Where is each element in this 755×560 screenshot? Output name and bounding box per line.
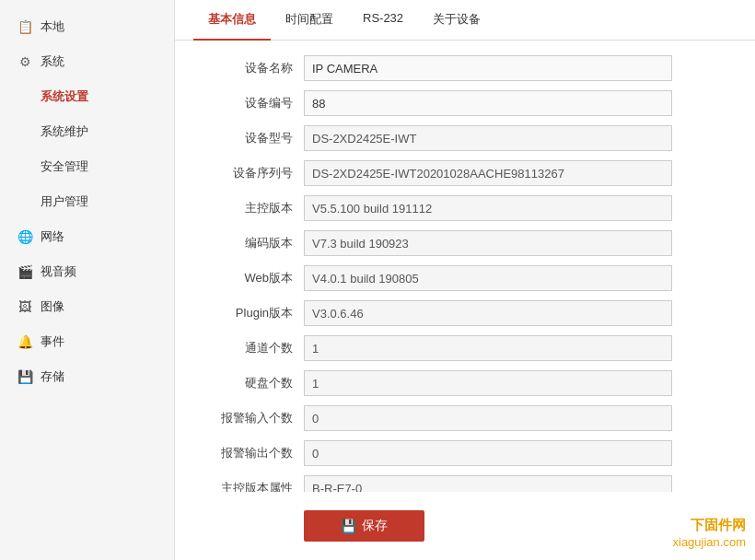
sidebar-label-system-settings: 系统设置: [41, 88, 88, 105]
form-input-7: [304, 300, 672, 326]
form-input-6: [304, 265, 672, 291]
sidebar-item-system-settings[interactable]: 系统设置: [0, 79, 174, 114]
form-input-0[interactable]: [304, 55, 672, 81]
sidebar: 📋本地⚙系统系统设置系统维护安全管理用户管理🌐网络🎬视音频🖼图像🔔事件💾存储: [0, 0, 175, 560]
sidebar-label-system: 系统: [41, 53, 64, 70]
system-settings-icon: [17, 88, 33, 105]
form-row-11: 报警输出个数: [203, 440, 727, 466]
sidebar-label-local: 本地: [41, 18, 64, 35]
form-row-4: 主控版本: [203, 195, 727, 221]
form-input-12: [304, 475, 672, 492]
sidebar-item-user-management[interactable]: 用户管理: [0, 184, 174, 219]
form-label-10: 报警输入个数: [203, 410, 304, 426]
sidebar-item-security-management[interactable]: 安全管理: [0, 149, 174, 184]
form-row-3: 设备序列号: [203, 160, 727, 186]
storage-icon: 💾: [17, 368, 33, 385]
tab-time-config[interactable]: 时间配置: [271, 0, 348, 41]
form-label-4: 主控版本: [203, 200, 304, 216]
save-button-label: 保存: [362, 518, 388, 534]
form-actions: 💾 保存: [175, 492, 755, 560]
form-input-11: [304, 440, 672, 466]
sidebar-item-system[interactable]: ⚙系统: [0, 44, 174, 79]
form-input-8: [304, 335, 672, 361]
sidebar-label-user-management: 用户管理: [41, 193, 88, 210]
sidebar-item-system-maintenance[interactable]: 系统维护: [0, 114, 174, 149]
tabs-bar: 基本信息时间配置RS-232关于设备: [175, 0, 755, 41]
user-management-icon: [17, 193, 33, 210]
app-container: 📋本地⚙系统系统设置系统维护安全管理用户管理🌐网络🎬视音频🖼图像🔔事件💾存储 基…: [0, 0, 755, 560]
form-label-2: 设备型号: [203, 130, 304, 146]
sidebar-label-image: 图像: [41, 298, 64, 315]
form-row-7: Plugin版本: [203, 300, 727, 326]
form-label-11: 报警输出个数: [203, 445, 304, 461]
form-row-10: 报警输入个数: [203, 405, 727, 431]
system-icon: ⚙: [17, 53, 33, 70]
form-row-8: 通道个数: [203, 335, 727, 361]
sidebar-item-image[interactable]: 🖼图像: [0, 289, 174, 324]
local-icon: 📋: [17, 18, 33, 35]
form-label-8: 通道个数: [203, 340, 304, 356]
form-input-1[interactable]: [304, 90, 672, 116]
event-icon: 🔔: [17, 333, 33, 350]
sidebar-item-event[interactable]: 🔔事件: [0, 324, 174, 359]
sidebar-label-network: 网络: [41, 228, 64, 245]
tab-about-device[interactable]: 关于设备: [418, 0, 495, 41]
form-input-9: [304, 370, 672, 396]
form-row-2: 设备型号: [203, 125, 727, 151]
system-maintenance-icon: [17, 123, 33, 140]
sidebar-label-storage: 存储: [41, 368, 64, 385]
av-icon: 🎬: [17, 263, 33, 280]
sidebar-label-system-maintenance: 系统维护: [41, 123, 88, 140]
form-input-3: [304, 160, 672, 186]
tab-rs232[interactable]: RS-232: [348, 0, 418, 41]
form-input-2: [304, 125, 672, 151]
form-label-9: 硬盘个数: [203, 375, 304, 391]
form-label-12: 主控版本属性: [203, 480, 304, 492]
image-icon: 🖼: [17, 298, 33, 315]
form-row-12: 主控版本属性: [203, 475, 727, 492]
sidebar-label-event: 事件: [41, 333, 64, 350]
sidebar-label-security-management: 安全管理: [41, 158, 88, 175]
sidebar-item-av[interactable]: 🎬视音频: [0, 254, 174, 289]
form-row-6: Web版本: [203, 265, 727, 291]
security-management-icon: [17, 158, 33, 175]
save-button[interactable]: 💾 保存: [304, 510, 424, 542]
sidebar-label-av: 视音频: [41, 263, 76, 280]
form-row-9: 硬盘个数: [203, 370, 727, 396]
form-label-6: Web版本: [203, 270, 304, 286]
sidebar-item-network[interactable]: 🌐网络: [0, 219, 174, 254]
form-label-7: Plugin版本: [203, 305, 304, 321]
form-label-1: 设备编号: [203, 95, 304, 111]
network-icon: 🌐: [17, 228, 33, 245]
save-icon: 💾: [341, 519, 356, 533]
main-content: 基本信息时间配置RS-232关于设备 设备名称设备编号设备型号设备序列号主控版本…: [175, 0, 755, 560]
form-label-0: 设备名称: [203, 60, 304, 76]
form-input-4: [304, 195, 672, 221]
form-label-5: 编码版本: [203, 235, 304, 251]
form-row-1: 设备编号: [203, 90, 727, 116]
form-input-10: [304, 405, 672, 431]
sidebar-item-local[interactable]: 📋本地: [0, 9, 174, 44]
form-label-3: 设备序列号: [203, 165, 304, 181]
form-content: 设备名称设备编号设备型号设备序列号主控版本编码版本Web版本Plugin版本通道…: [175, 41, 755, 492]
tab-basic-info[interactable]: 基本信息: [193, 0, 271, 41]
form-row-5: 编码版本: [203, 230, 727, 256]
form-row-0: 设备名称: [203, 55, 727, 81]
form-input-5: [304, 230, 672, 256]
sidebar-item-storage[interactable]: 💾存储: [0, 359, 174, 394]
